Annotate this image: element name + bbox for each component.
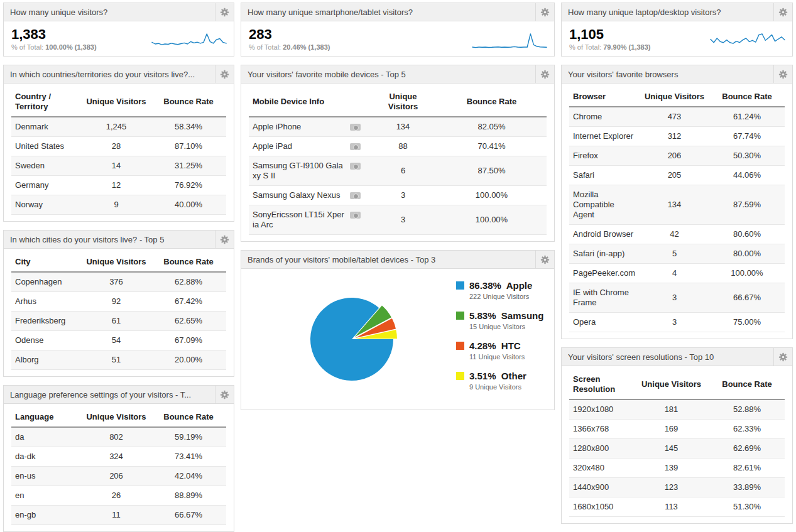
value-cell: 181: [633, 399, 709, 420]
value-cell: 87.10%: [151, 137, 226, 156]
cell-text: 61: [112, 316, 121, 325]
cell-text: 88: [398, 141, 407, 151]
languages-table: LanguageUnique VisitorsBounce Rateda8025…: [11, 408, 226, 525]
value-cell: 206: [82, 467, 151, 486]
legend-label: 3.51% Other: [456, 371, 543, 381]
camera-icon[interactable]: [350, 143, 361, 150]
cell-text: 67.74%: [733, 131, 761, 141]
value-cell: 52.88%: [709, 399, 785, 420]
settings-gear-button[interactable]: [535, 3, 554, 21]
cell-text: 88.89%: [175, 491, 202, 500]
cell-text: 40.00%: [175, 200, 202, 209]
gear-icon: [220, 235, 229, 244]
row-label-cell: Safari: [569, 166, 640, 185]
gear-icon: [778, 70, 788, 79]
row-label-cell: PagePeeker.com: [569, 264, 640, 283]
cell-text: 62.88%: [175, 277, 202, 286]
camera-icon[interactable]: [350, 192, 361, 199]
cell-text: 11: [112, 510, 121, 519]
settings-gear-button[interactable]: [215, 3, 234, 21]
cell-text: 66.67%: [733, 293, 761, 302]
cell-text: Apple iPad: [253, 141, 292, 151]
cell-text: Firefox: [573, 151, 598, 160]
gear-icon: [540, 8, 550, 17]
table-row: Safari20544.06%: [569, 166, 785, 185]
metric-body: 1,105 % of Total: 79.90% (1,383): [562, 21, 792, 56]
value-cell: 3: [369, 186, 437, 205]
table-row: Opera375.00%: [569, 313, 785, 332]
cell-text: en-us: [15, 471, 36, 480]
pct-prefix: % of Total:: [11, 43, 43, 51]
cell-text: 1680x1050: [573, 502, 613, 511]
settings-gear-button[interactable]: [535, 251, 554, 268]
cell-text: Arhus: [15, 296, 36, 306]
cell-text: 1440x900: [573, 482, 609, 492]
settings-gear-button[interactable]: [773, 65, 792, 83]
cell-text: 62.69%: [733, 443, 761, 453]
row-label-cell: Mozilla Compatible Agent: [569, 185, 640, 225]
settings-gear-button[interactable]: [215, 231, 234, 248]
table-header-row: Mobile Device InfoUnique VisitorsBounce …: [249, 87, 547, 117]
camera-icon[interactable]: [350, 163, 361, 170]
cell-text: 312: [668, 131, 682, 141]
settings-gear-button[interactable]: [773, 3, 792, 21]
cell-text: 92: [112, 296, 121, 306]
camera-icon[interactable]: [350, 212, 361, 219]
cell-text: 4: [672, 268, 677, 278]
gear-icon: [540, 70, 550, 79]
value-cell: 50.30%: [709, 146, 785, 166]
column-header-screen-resolution: Screen Resolution: [569, 370, 633, 399]
cell-text: 473: [668, 112, 682, 121]
legend-swatch: [456, 312, 464, 320]
table-row: da-dk32473.41%: [11, 447, 226, 467]
value-cell: 134: [369, 117, 437, 137]
settings-gear-button[interactable]: [215, 386, 234, 403]
card-title: Your visitors' screen resolutions - Top …: [562, 348, 773, 366]
value-cell: 324: [82, 447, 151, 467]
camera-icon[interactable]: [350, 124, 361, 131]
cell-text: 73.41%: [175, 452, 202, 461]
table-row: Safari (in-app)580.00%: [569, 244, 785, 264]
dashboard-column-2: How many unique smartphone/tablet visito…: [241, 3, 555, 410]
countries-table: Country / TerritoryUnique VisitorsBounce…: [11, 87, 226, 215]
cell-text: 62.65%: [175, 316, 202, 325]
metric-percent-of-total: % of Total: 100.00% (1,383): [11, 43, 97, 51]
settings-gear-button[interactable]: [535, 65, 554, 83]
card-title: Brands of your visitors' mobile/tablet d…: [241, 251, 535, 268]
cell-text: 51: [112, 355, 121, 364]
row-label-cell: 1440x900: [569, 478, 633, 497]
table-row: Internet Explorer31267.74%: [569, 127, 785, 146]
row-label-cell: Germany: [11, 176, 82, 195]
column-header-bounce-rate: Bounce Rate: [709, 370, 785, 399]
row-label-cell: Apple iPad: [249, 137, 369, 156]
cell-text: 9: [114, 200, 118, 209]
table-row: 1366x76816962.33%: [569, 420, 785, 439]
cell-text: 3: [672, 317, 677, 327]
card-title: In which cities do your visitors live? -…: [4, 231, 215, 248]
column-header-unique-visitors: Unique Visitors: [82, 408, 151, 427]
value-cell: 42: [640, 225, 709, 244]
card-screen-resolutions: Your visitors' screen resolutions - Top …: [561, 347, 793, 524]
value-cell: 88.89%: [151, 486, 226, 506]
settings-gear-button[interactable]: [215, 65, 234, 83]
cell-text: 75.00%: [733, 317, 761, 327]
cell-text: 31.25%: [175, 161, 202, 170]
cell-text: IE with Chrome Frame: [573, 288, 629, 307]
cell-text: 181: [665, 404, 679, 414]
cell-text: 100.00%: [731, 268, 763, 278]
card-title: Your visitors' favorite mobile devices -…: [241, 65, 535, 83]
column-header-unique-visitors: Unique Visitors: [82, 252, 151, 272]
row-label-cell: 320x480: [569, 459, 633, 478]
cell-text: Germany: [15, 180, 48, 190]
cell-text: 66.67%: [175, 510, 202, 519]
row-label-cell: Odense: [11, 331, 82, 350]
cities-table: CityUnique VisitorsBounce RateCopenhagen…: [11, 252, 226, 370]
dashboard: How many unique visitors? 1,383 % of Tot…: [0, 0, 796, 532]
column-header-language: Language: [11, 408, 82, 427]
table-row: SonyEricsson LT15i Xperia Arc3100.00%: [249, 205, 547, 235]
dashboard-column-3: How many unique laptop/desktop visitors?…: [561, 3, 793, 524]
value-cell: 51: [82, 350, 151, 370]
value-cell: 61: [82, 312, 151, 331]
column-header-bounce-rate: Bounce Rate: [151, 252, 226, 272]
settings-gear-button[interactable]: [773, 348, 792, 366]
